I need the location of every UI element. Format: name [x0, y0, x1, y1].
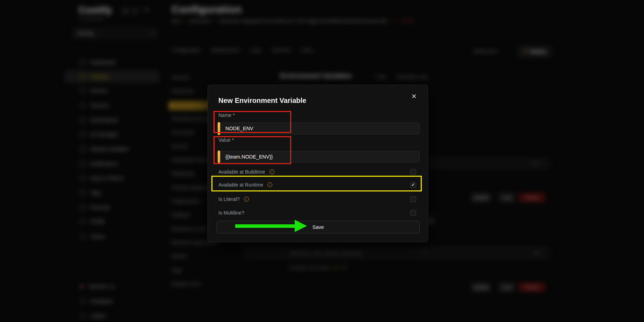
option-row-runtime: Available at Runtime i ✓: [218, 181, 416, 188]
value-input-value: {{team.NODE_ENV}}: [225, 154, 273, 160]
option-row-multiline: Is Multiline?: [218, 209, 416, 216]
buildtime-label: Available at Buildtime: [218, 169, 265, 175]
close-icon[interactable]: ×: [412, 92, 416, 100]
option-row-literal: Is Literal? i: [218, 196, 416, 203]
name-input[interactable]: NODE_ENV: [217, 122, 420, 134]
buildtime-checkbox[interactable]: [410, 169, 416, 175]
option-row-buildtime: Available at Buildtime i: [218, 168, 416, 175]
runtime-checkbox-checked[interactable]: ✓: [410, 182, 416, 188]
required-asterisk: *: [233, 112, 234, 118]
name-input-value: NODE_ENV: [225, 126, 253, 131]
app-window: Coolify v4.0.0-beta.323 ⌘K ≡ Hosting + D…: [0, 0, 644, 322]
new-env-var-modal: New Environment Variable × Name* NODE_EN…: [208, 85, 428, 242]
modified-indicator: [218, 122, 220, 135]
literal-checkbox[interactable]: [410, 196, 416, 202]
runtime-label: Available at Runtime: [218, 182, 263, 188]
modified-indicator: [218, 150, 220, 163]
info-icon[interactable]: i: [244, 197, 249, 202]
info-icon[interactable]: i: [267, 182, 272, 187]
checkmark-icon: ✓: [411, 182, 415, 187]
modal-title: New Environment Variable: [218, 97, 306, 105]
value-input[interactable]: {{team.NODE_ENV}}: [217, 151, 420, 162]
name-field-label: Name*: [218, 112, 235, 118]
multiline-label: Is Multiline?: [218, 210, 244, 216]
value-field-label: Value*: [218, 137, 234, 143]
multiline-checkbox[interactable]: [410, 210, 416, 216]
required-asterisk: *: [232, 137, 234, 143]
save-button[interactable]: Save: [217, 221, 420, 233]
info-icon[interactable]: i: [270, 169, 274, 174]
literal-label: Is Literal?: [218, 196, 240, 202]
